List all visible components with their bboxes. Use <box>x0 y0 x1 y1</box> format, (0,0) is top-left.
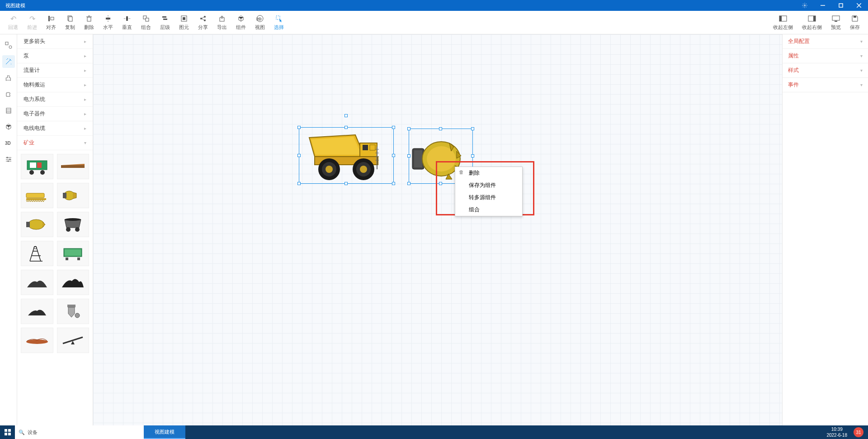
shape-crusher[interactable] <box>57 241 90 266</box>
context-menu-combine[interactable]: 组合 <box>455 204 522 216</box>
chevron-down-icon: ▾ <box>860 82 863 87</box>
canvas[interactable]: 🗑删除 保存为组件 转多源组件 组合 <box>93 34 782 425</box>
svg-rect-98 <box>5 433 7 435</box>
select-button[interactable]: 选择 <box>269 13 288 32</box>
chevron-down-icon: ▾ <box>860 53 863 58</box>
panel-section-events[interactable]: 事件▾ <box>783 78 868 92</box>
shape-log[interactable] <box>21 328 53 353</box>
component-button[interactable]: 组件 <box>231 13 250 32</box>
taskbar: 🔍 设备 视图建模 10:39 2022-6-18 31 <box>0 425 868 439</box>
svg-point-46 <box>6 157 8 158</box>
delete-button[interactable]: 删除 <box>80 13 99 32</box>
rail-text-icon[interactable]: 凸 <box>2 72 15 84</box>
preview-button[interactable]: 预览 <box>826 13 845 32</box>
chevron-right-icon: ▸ <box>84 68 86 73</box>
chevron-right-icon: ▸ <box>84 53 86 58</box>
main-area: 凸 3D 更多箭头▸ 泵▸ 流量计▸ 物料搬运▸ 电力系统▸ 电子器件▸ 电线电… <box>0 34 868 425</box>
shape-headframe[interactable] <box>21 241 53 266</box>
svg-point-63 <box>66 227 71 232</box>
panel-section-style[interactable]: 样式▾ <box>783 63 868 78</box>
group-button[interactable]: 组合 <box>137 13 156 32</box>
horizontal-button[interactable]: 水平 <box>99 13 118 32</box>
save-button[interactable]: 保存 <box>845 13 864 32</box>
layer-button[interactable]: 层级 <box>156 13 175 32</box>
collapse-left-button[interactable]: 收起左侧 <box>769 13 797 32</box>
taskbar-app[interactable]: 视图建模 <box>144 425 185 439</box>
sidebar-item-cable[interactable]: 电线电缆▸ <box>17 121 93 136</box>
toolbar: ↶回退 ↷前进 对齐 复制 删除 水平 垂直 组合 层级 图元 分享 导出 组件… <box>0 11 868 34</box>
shape-pile-dark[interactable] <box>21 270 53 295</box>
left-rail: 凸 3D <box>0 34 17 425</box>
svg-rect-35 <box>854 16 856 18</box>
notification-badge[interactable]: 31 <box>854 427 863 437</box>
align-button[interactable]: 对齐 <box>42 13 61 32</box>
rail-shapes-icon[interactable] <box>2 39 15 52</box>
shape-pile-small[interactable] <box>21 299 53 324</box>
rail-building-icon[interactable] <box>2 104 15 117</box>
rail-settings-icon[interactable] <box>2 153 15 166</box>
view-button[interactable]: 2D视图 <box>250 13 269 32</box>
svg-point-71 <box>75 313 80 318</box>
shape-mine-cart[interactable] <box>57 212 90 237</box>
svg-rect-68 <box>66 258 68 260</box>
chevron-right-icon: ▸ <box>84 111 86 116</box>
rail-cube-icon[interactable] <box>2 120 15 133</box>
element-button[interactable]: 图元 <box>175 13 193 32</box>
context-menu-save-component[interactable]: 保存为组件 <box>455 179 522 191</box>
start-button[interactable] <box>0 425 15 439</box>
taskbar-clock[interactable]: 10:39 2022-6-18 <box>822 425 852 439</box>
maximize-icon[interactable] <box>832 0 850 11</box>
minimize-icon[interactable] <box>814 0 832 11</box>
context-menu-convert[interactable]: 转多源组件 <box>455 191 522 204</box>
shape-processing[interactable] <box>57 299 90 324</box>
shape-machine-green[interactable] <box>21 154 53 179</box>
svg-rect-8 <box>69 17 72 21</box>
svg-point-47 <box>9 159 10 160</box>
shape-pile-darker[interactable] <box>57 270 90 295</box>
shape-conveyor[interactable] <box>57 154 90 179</box>
shape-drill-bit-a[interactable] <box>57 183 90 208</box>
svg-rect-39 <box>6 108 11 113</box>
copy-button[interactable]: 复制 <box>61 13 80 32</box>
svg-rect-19 <box>163 19 167 20</box>
redo-button[interactable]: ↷前进 <box>23 13 42 32</box>
sidebar-item-pump[interactable]: 泵▸ <box>17 49 93 63</box>
rail-puzzle-icon[interactable] <box>2 88 15 100</box>
sidebar-item-mining[interactable]: 矿业▾ <box>17 136 93 150</box>
panel-section-properties[interactable]: 属性▾ <box>783 49 868 63</box>
shape-drill-long[interactable] <box>21 183 53 208</box>
panel-section-global[interactable]: 全局配置▾ <box>783 34 868 49</box>
svg-rect-56 <box>26 193 44 198</box>
rail-magic-icon[interactable] <box>2 55 15 68</box>
context-menu: 🗑删除 保存为组件 转多源组件 组合 <box>455 167 523 216</box>
svg-rect-36 <box>5 42 8 45</box>
svg-text:凸: 凸 <box>5 75 11 81</box>
chevron-right-icon: ▸ <box>84 39 86 44</box>
sidebar-item-electronics[interactable]: 电子器件▸ <box>17 107 93 121</box>
svg-rect-9 <box>87 17 91 21</box>
shape-seesaw[interactable] <box>57 328 90 353</box>
search-text: 设备 <box>28 429 38 436</box>
sidebar-item-material[interactable]: 物料搬运▸ <box>17 78 93 92</box>
undo-button[interactable]: ↶回退 <box>4 13 23 32</box>
sidebar-item-flowmeter[interactable]: 流量计▸ <box>17 63 93 78</box>
sidebar-item-arrows[interactable]: 更多箭头▸ <box>17 34 93 49</box>
app-title: 视图建模 <box>5 2 25 9</box>
collapse-right-button[interactable]: 收起右侧 <box>797 13 826 32</box>
svg-rect-21 <box>183 17 185 20</box>
close-icon[interactable] <box>850 0 868 11</box>
rail-3d-icon[interactable]: 3D <box>2 137 15 149</box>
context-menu-delete[interactable]: 🗑删除 <box>455 167 522 179</box>
share-button[interactable]: 分享 <box>193 13 212 32</box>
svg-rect-32 <box>813 16 816 21</box>
shape-drill-bit-b[interactable] <box>21 212 53 237</box>
svg-rect-57 <box>26 198 46 200</box>
vertical-button[interactable]: 垂直 <box>118 13 137 32</box>
sidebar-item-power[interactable]: 电力系统▸ <box>17 92 93 107</box>
export-button[interactable]: 导出 <box>212 13 231 32</box>
svg-point-53 <box>40 170 45 175</box>
svg-text:3D: 3D <box>5 141 11 146</box>
settings-icon[interactable] <box>796 0 814 11</box>
taskbar-search[interactable]: 🔍 设备 <box>15 425 144 439</box>
svg-rect-15 <box>126 16 128 21</box>
